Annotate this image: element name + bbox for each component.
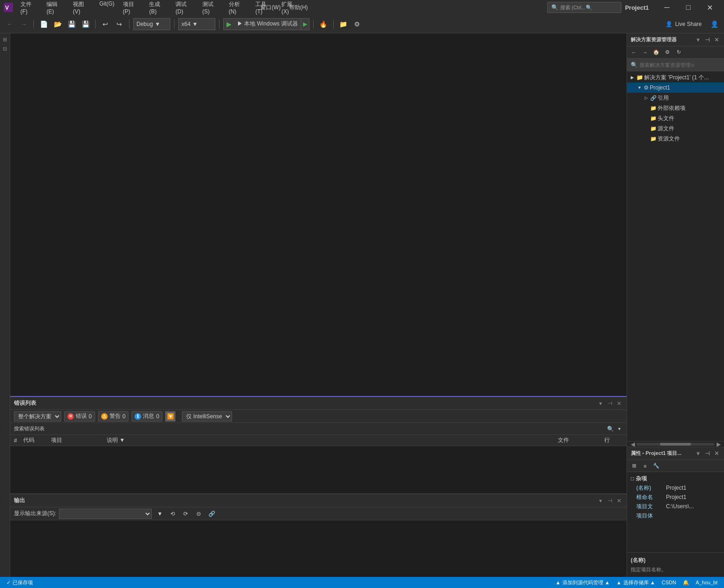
se-close-btn[interactable]: ✕	[713, 36, 720, 44]
props-close-btn[interactable]: ✕	[713, 450, 720, 457]
platform-dropdown[interactable]: x64 ▼	[178, 18, 215, 30]
se-home-btn[interactable]: 🏠	[651, 47, 661, 58]
error-badge-messages[interactable]: ℹ 消息 0	[131, 411, 162, 422]
menu-build[interactable]: 生成(B)	[145, 0, 171, 17]
main-area: ⊞ ⊟ 错误列表 ▾ ⊣ ✕ 整个解决方案 ✕	[0, 33, 724, 577]
app-logo: V	[4, 3, 13, 12]
error-scope-dropdown[interactable]: 整个解决方案	[14, 411, 61, 422]
tree-item-refs[interactable]: ▷ 🔗 引用	[627, 93, 724, 103]
gutter-icon-2[interactable]: ⊟	[1, 45, 9, 53]
tree-item-sources[interactable]: 📁 源文件	[627, 123, 724, 134]
toolbar-open-btn[interactable]: 📂	[52, 18, 64, 30]
output-btn3[interactable]: ⟳	[181, 509, 191, 519]
menu-test[interactable]: 测试(S)	[199, 0, 224, 17]
run-alt[interactable]: ▶	[301, 19, 309, 30]
toolbar-save-all-btn[interactable]: 💾	[65, 18, 78, 30]
toolbar-sep1	[33, 19, 34, 29]
col-line[interactable]: 行	[604, 436, 623, 444]
tree-item-project[interactable]: ▼ ⚙ Project1	[627, 83, 724, 93]
tree-item-solution[interactable]: ▶ 📁 解决方案 'Project1' (1 个...	[627, 72, 724, 83]
props-grid-btn[interactable]: ⊞	[629, 461, 639, 471]
status-csdn[interactable]: CSDN	[659, 580, 679, 585]
menu-window[interactable]: 窗口(W)	[257, 2, 284, 13]
props-list-btn[interactable]: ≡	[640, 461, 650, 471]
se-menu-btn[interactable]: ▾	[694, 36, 702, 44]
toolbar-fwd-btn[interactable]: →	[18, 18, 30, 30]
toolbar-undo-btn[interactable]: ↩	[99, 18, 111, 30]
toolbar-profile-btn[interactable]: 👤	[708, 18, 720, 30]
props-pin-btn[interactable]: ⊣	[704, 450, 711, 457]
output-pin-btn[interactable]: ⊣	[606, 497, 614, 505]
intellisense-filter-dropdown[interactable]: 仅 IntelliSense	[182, 411, 232, 422]
solution-arrow: ▶	[629, 74, 635, 81]
tree-item-resources[interactable]: 📁 资源文件	[627, 134, 724, 144]
output-btn1[interactable]: ▼	[155, 509, 165, 519]
intellisense-filter-icon[interactable]: 🔽	[165, 411, 175, 422]
output-btn5[interactable]: 🔗	[207, 509, 217, 519]
se-refresh-btn[interactable]: ↻	[673, 47, 684, 58]
error-list-menu-btn[interactable]: ▾	[597, 400, 604, 407]
minimize-button[interactable]: ─	[656, 0, 678, 15]
toolbar-fire-btn[interactable]: 🔥	[317, 18, 330, 30]
run-button[interactable]: ▶ ▶ 本地 Windows 调试器 ▶	[223, 18, 310, 30]
maximize-button[interactable]: □	[678, 0, 699, 15]
se-pin-btn[interactable]: ⊣	[704, 36, 711, 44]
status-right: ▲ 添加到源代码管理 ▲ ▲ 选择存储库 ▲ CSDN 🔔 A_hou_bt	[553, 579, 720, 586]
output-close-btn[interactable]: ✕	[615, 497, 623, 505]
menu-git[interactable]: Git(G)	[96, 0, 118, 17]
col-code[interactable]: 代码	[23, 436, 51, 444]
error-search-icon[interactable]: 🔍	[605, 424, 615, 434]
error-list-pin-btn[interactable]: ⊣	[606, 400, 614, 407]
se-back-btn[interactable]: ←	[629, 47, 639, 58]
props-misc-section[interactable]: □ 杂项	[627, 474, 724, 483]
col-file[interactable]: 文件	[558, 436, 604, 444]
se-fwd-btn[interactable]: →	[640, 47, 650, 58]
status-select-repo[interactable]: ▲ 选择存储库 ▲	[614, 579, 658, 586]
toolbar-settings-btn[interactable]: ⚙	[351, 18, 363, 30]
menu-file[interactable]: 文件(F)	[17, 0, 42, 17]
output-btn4[interactable]: ⊝	[194, 509, 204, 519]
output-menu-btn[interactable]: ▾	[597, 497, 604, 505]
se-scrollbar-track[interactable]	[636, 443, 715, 446]
menu-analyze[interactable]: 分析(N)	[225, 0, 251, 17]
se-scrollbar[interactable]: ◀ ▶	[627, 441, 724, 447]
col-desc[interactable]: 说明 ▼	[107, 436, 558, 444]
toolbar-back-btn[interactable]: ←	[4, 18, 16, 30]
toolbar-redo-btn[interactable]: ↪	[113, 18, 125, 30]
live-share-button[interactable]: 👤 Live Share	[661, 19, 706, 29]
props-menu-btn[interactable]: ▾	[694, 450, 702, 457]
search-box[interactable]: 🔍 搜索 (Ctrl...🔍	[547, 2, 621, 13]
toolbar-folder-btn[interactable]: 📁	[337, 18, 349, 30]
se-search-input[interactable]	[640, 62, 720, 68]
status-saved[interactable]: ✓ 已保存项	[4, 577, 36, 588]
toolbar-save2-btn[interactable]: 💾	[79, 18, 91, 30]
error-list-close-btn[interactable]: ✕	[615, 400, 623, 407]
run-label: ▶ 本地 Windows 调试器	[234, 20, 301, 28]
menu-project[interactable]: 项目(P)	[119, 0, 145, 17]
menu-edit[interactable]: 编辑(E)	[43, 0, 68, 17]
menu-help[interactable]: 帮助(H)	[285, 2, 312, 13]
props-misc-label: 杂项	[636, 475, 647, 483]
error-badge-errors[interactable]: ✕ 错误 0	[64, 411, 95, 422]
build-config-dropdown[interactable]: Debug ▼	[133, 18, 170, 30]
menu-debug[interactable]: 调试(D)	[172, 0, 198, 17]
props-sort-btn[interactable]: 🔧	[651, 461, 661, 471]
status-user[interactable]: A_hou_bt	[693, 580, 720, 585]
tree-item-extdeps[interactable]: 📁 外部依赖项	[627, 103, 724, 113]
toolbar-newitem-btn[interactable]: 📄	[38, 18, 50, 30]
se-search-bar: 🔍	[627, 58, 724, 71]
tree-item-headers[interactable]: 📁 头文件	[627, 113, 724, 123]
gutter-icon-1[interactable]: ⊞	[1, 35, 9, 44]
error-badge-warnings[interactable]: ⚠ 警告 0	[98, 411, 129, 422]
col-project[interactable]: 项目	[51, 436, 107, 444]
se-scrollbar-thumb[interactable]	[660, 443, 692, 446]
status-add-source[interactable]: ▲ 添加到源代码管理 ▲	[553, 579, 613, 586]
window-controls: ─ □ ✕	[656, 0, 720, 15]
status-notification[interactable]: 🔔	[680, 580, 692, 586]
output-btn2[interactable]: ⟲	[168, 509, 178, 519]
menu-view[interactable]: 视图(V)	[69, 0, 95, 17]
error-search-chevron[interactable]: ▾	[615, 425, 623, 433]
close-button[interactable]: ✕	[699, 0, 720, 15]
output-source-dropdown[interactable]	[59, 509, 152, 519]
se-settings-btn[interactable]: ⚙	[662, 47, 672, 58]
